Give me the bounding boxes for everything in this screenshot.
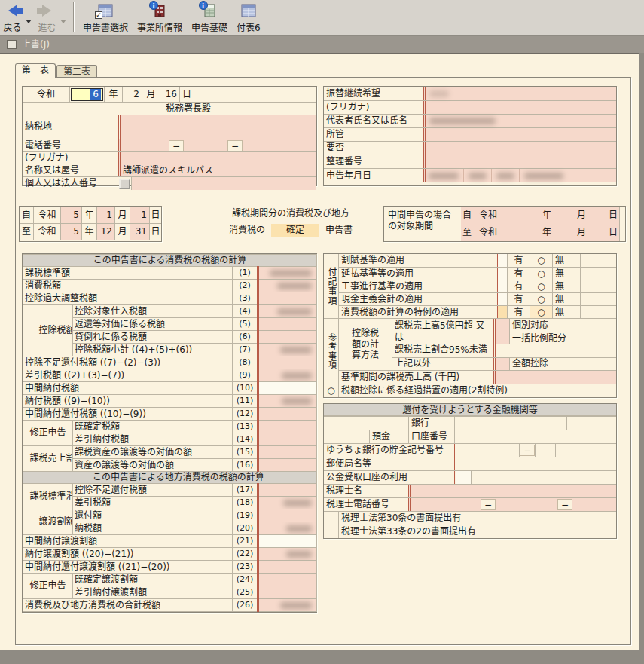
method-choice-cell[interactable]	[496, 319, 509, 332]
redacted-value	[496, 173, 514, 179]
address-label: 納税地	[23, 115, 118, 139]
redacted-value	[280, 602, 312, 609]
row-value	[258, 395, 317, 408]
deposit-type-cell[interactable]	[324, 430, 369, 443]
row-label: 既確定税額	[73, 421, 233, 433]
overwrite-icon	[7, 40, 17, 49]
special-measure-mark[interactable]: ○	[324, 384, 338, 397]
table-row: 中間納付税額(10)	[23, 382, 317, 395]
row-value	[258, 408, 317, 421]
note-flag-cell[interactable]	[497, 268, 507, 280]
public-account-flag-cell[interactable]	[456, 471, 472, 484]
corporate-number-value[interactable]	[131, 177, 316, 190]
month-value[interactable]: 2	[122, 87, 142, 102]
redacted-value	[282, 398, 312, 405]
base-period-sales-value[interactable]	[493, 371, 616, 384]
year-cell: 6	[69, 87, 104, 102]
method-choice-cell[interactable]	[496, 332, 509, 344]
back-dropdown-icon[interactable]	[26, 20, 32, 26]
period-to-prefix: 至	[20, 224, 33, 240]
yucho-value-area[interactable]: −	[454, 444, 616, 457]
condition-line1: 課税売上高5億円超 又は	[395, 320, 491, 344]
kana-value[interactable]	[118, 152, 316, 164]
interim-label: 中間申告の場合 の対象期間	[384, 207, 461, 241]
office-use-box: 振替継続希望 (フリガナ) 代表者氏名又は氏名 所管 要否 整理番号	[323, 86, 617, 186]
note-row-label: 消費税額の計算の特例の適用	[339, 306, 497, 318]
row-number: (24)	[233, 574, 258, 586]
yucho-number-cell[interactable]	[535, 444, 556, 457]
period-to-day[interactable]: 31	[130, 224, 149, 240]
row-value-editable[interactable]	[258, 535, 317, 548]
method-choice-cell[interactable]	[496, 358, 509, 370]
accountant-phone-value[interactable]: − −	[408, 498, 616, 511]
forward-dropdown-icon[interactable]	[60, 20, 66, 26]
return-title-pre: 消費税の	[229, 225, 265, 235]
row-label: 還付額	[73, 509, 233, 522]
appendix6-button[interactable]: 付表6	[232, 2, 265, 35]
consumption-tax-section-header: この申告書による消費税の税額の計算	[23, 255, 317, 267]
reference-number-value	[423, 155, 616, 168]
note-mark-cell[interactable]: ○	[530, 306, 552, 318]
tab-second-sheet[interactable]: 第二表	[56, 65, 97, 77]
return-basis-button[interactable]: i 申告基礎	[187, 2, 232, 35]
row-value	[258, 292, 317, 305]
row-label: 控除対象仕入税額	[73, 305, 233, 318]
period-from-day[interactable]: 1	[130, 207, 149, 223]
select-return-button[interactable]: ✓ 申告書選択	[78, 2, 133, 35]
law33-label: 税理士法第33条の2の書面提出有	[338, 525, 616, 538]
phone-value-area[interactable]: − −	[118, 139, 316, 151]
year-unit: 年	[104, 87, 122, 102]
row-number: (16)	[233, 459, 258, 472]
bank-branch-cell[interactable]	[454, 417, 566, 430]
note-mark-cell[interactable]: ○	[530, 268, 552, 280]
note-flag-cell[interactable]	[497, 254, 507, 267]
interim-period-box: 中間申告の場合 の対象期間 自 令和 年 月 日 至 令和 年 月 日	[383, 206, 626, 242]
row-label: 中間納付還付税額 ((10)−(9))	[23, 408, 233, 421]
note-flag-cell[interactable]	[497, 293, 507, 305]
day-unit: 日	[179, 87, 316, 102]
table-row: 修正申告既確定税額(13)	[23, 421, 317, 433]
row-value	[258, 599, 317, 612]
condition-over5: 課税売上高5億円超 又は 課税売上割合95%未満	[392, 319, 493, 357]
law33-flag-cell[interactable]	[324, 525, 338, 538]
table-row: 中間納付譲渡割額(21)	[23, 535, 317, 548]
period-to-month[interactable]: 12	[96, 224, 114, 240]
note-mark-cell[interactable]: ○	[530, 293, 552, 305]
era-label: 令和	[23, 87, 69, 102]
period-from-year[interactable]: 5	[60, 207, 81, 223]
period-year-unit: 年	[81, 224, 96, 240]
trade-name-value[interactable]: 講師派遣のスキルパス	[118, 164, 316, 176]
yucho-symbol-cell[interactable]	[456, 444, 520, 457]
year-input[interactable]: 6	[71, 88, 103, 101]
redacted-value	[286, 525, 312, 532]
post-office-cell[interactable]	[454, 457, 616, 470]
row-number: (7)	[233, 344, 258, 356]
note-mark-cell[interactable]: ○	[530, 280, 552, 292]
row-value-editable[interactable]	[258, 382, 317, 395]
interim-to-prefix: 至	[461, 227, 473, 238]
accountant-name-value[interactable]	[408, 485, 616, 497]
back-button[interactable]: 戻る	[0, 2, 25, 35]
interim-label-line2: の対象期間	[388, 221, 461, 232]
account-number-cell[interactable]	[454, 430, 616, 443]
tab-first-sheet[interactable]: 第一表	[15, 63, 56, 78]
note-mark-cell[interactable]: ○	[530, 254, 552, 267]
law30-flag-cell[interactable]	[324, 512, 338, 525]
note-trailing-cell	[580, 306, 616, 318]
note-no-label: 無	[552, 268, 580, 280]
note-flag-cell[interactable]	[497, 280, 507, 292]
office-info-button[interactable]: i 事業所情報	[133, 2, 187, 35]
note-flag-cell[interactable]	[497, 306, 507, 318]
interim-from-era: 令和	[473, 210, 503, 221]
bank-name-cell[interactable]	[324, 417, 408, 430]
row-label: 中間納付税額	[23, 382, 233, 395]
row-label: 貸倒れに係る税額	[73, 331, 233, 344]
row-label: 納税額	[73, 522, 233, 535]
forward-button[interactable]: 進む	[35, 2, 60, 35]
address-value-area[interactable]	[118, 115, 316, 139]
period-from-month[interactable]: 1	[96, 207, 114, 223]
period-to-year[interactable]: 5	[60, 224, 81, 240]
day-value[interactable]: 16	[160, 87, 179, 102]
note-yes-label: 有	[507, 293, 530, 305]
corporate-number-button[interactable]	[119, 179, 130, 189]
